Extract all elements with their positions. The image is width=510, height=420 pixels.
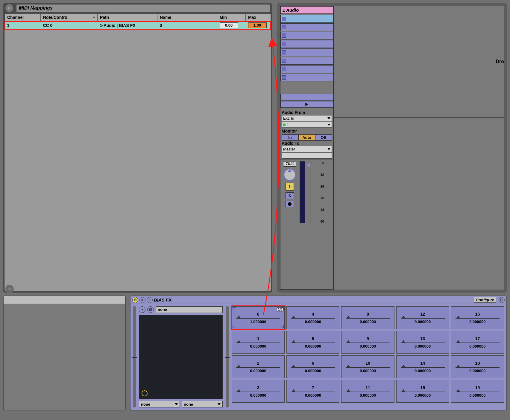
param-value: 0.000000 (415, 319, 431, 324)
volume-fader[interactable] (306, 161, 314, 223)
clip-stop-row[interactable] (280, 94, 333, 101)
param-track (401, 343, 445, 343)
level-meter (300, 161, 305, 223)
midi-mapping-row[interactable]: 1 CC 0 1-Audio | BIAS FX 0 0.00 1.00 (5, 21, 271, 30)
clip-slot[interactable] (280, 32, 333, 39)
param-handle-icon (292, 365, 295, 367)
midi-mappings-table: Channel Note/Control Path Name Min Max 1… (4, 13, 271, 29)
device-vertical-slider[interactable] (226, 306, 229, 407)
clip-slot[interactable] (280, 23, 333, 31)
parameter-slider[interactable]: 60.000000 (286, 355, 339, 378)
col-name[interactable]: Name (157, 14, 217, 21)
track-status-play[interactable] (280, 101, 333, 108)
col-min[interactable]: Min (217, 14, 246, 21)
clip-slot[interactable] (280, 40, 333, 48)
parameter-slider[interactable]: 120.000000 (396, 306, 449, 329)
parameter-slider[interactable]: 140.000000 (396, 355, 449, 378)
parameter-slider[interactable]: 80.000000 (341, 306, 394, 329)
col-channel[interactable]: Channel (5, 14, 41, 21)
col-note-control[interactable]: Note/Control (41, 14, 98, 21)
show-plugin-window-button[interactable] (139, 297, 145, 303)
param-value: 0.000000 (415, 369, 431, 373)
param-handle-icon (237, 316, 241, 318)
parameter-slider[interactable]: 10.000000 (232, 331, 285, 354)
parameter-slider[interactable]: 130.000000 (396, 331, 449, 354)
audio-to-select[interactable]: Master (282, 146, 332, 152)
mixer-section: -76.11 1 S 0 12 (280, 159, 333, 225)
drop-area[interactable]: Dro (333, 6, 504, 290)
param-track (236, 367, 280, 368)
clip-slot[interactable] (280, 57, 333, 65)
audio-from-select[interactable]: Ext. In (282, 115, 332, 121)
param-track (456, 367, 500, 368)
device-edit-button[interactable] (147, 297, 153, 303)
io-section: Audio From Ext. In 1 Monitor In Auto Off (280, 109, 333, 159)
preset-prev-button[interactable] (139, 306, 145, 313)
solo-button[interactable]: S (286, 192, 294, 199)
stop-icon (282, 42, 286, 46)
track-activator-button[interactable]: 1 (286, 183, 294, 191)
parameter-slider[interactable]: 110.000000 (341, 380, 394, 403)
param-number: 13 (420, 336, 425, 341)
param-handle-icon (402, 389, 405, 392)
param-track (401, 367, 445, 368)
param-number: 3 (257, 385, 259, 390)
monitor-off-button[interactable]: Off (315, 134, 332, 141)
plugin-display[interactable] (139, 315, 223, 399)
param-handle-icon (347, 316, 350, 318)
param-handle-icon (237, 365, 241, 367)
param-value: 0.000000 (250, 393, 266, 398)
param-handle-icon (347, 365, 350, 367)
configure-button[interactable]: Configure (474, 297, 496, 303)
parameter-slider[interactable]: 170.000000 (451, 331, 504, 354)
stop-icon (282, 25, 286, 29)
clip-slot[interactable] (280, 15, 333, 23)
pan-knob[interactable] (283, 168, 296, 181)
parameter-slider[interactable]: 100.000000 (341, 355, 394, 378)
clip-slot[interactable] (280, 74, 333, 81)
device-vertical-slider[interactable] (133, 306, 136, 407)
midi-play-icon[interactable] (5, 4, 13, 12)
cell-channel: 1 (5, 21, 41, 30)
info-view-header (4, 296, 125, 304)
device-select-b[interactable]: none (182, 401, 223, 407)
clip-slot[interactable] (280, 48, 333, 56)
device-select-a[interactable]: none (139, 401, 180, 407)
param-value: 0.000000 (305, 344, 321, 349)
cell-min[interactable]: 0.00 (217, 21, 246, 30)
parameter-slider[interactable]: 180.000000 (451, 355, 504, 378)
parameter-slider[interactable]: 160.000000 (451, 306, 504, 329)
param-track (291, 392, 335, 392)
groove-pool-icon[interactable]: ≈ (5, 285, 14, 293)
parameter-slider[interactable]: 30.000000 (232, 380, 285, 403)
parameter-slider[interactable]: 1/001.000000 (232, 306, 285, 329)
parameter-slider[interactable]: 190.000000 (451, 380, 504, 403)
parameter-slider[interactable]: 90.000000 (341, 331, 394, 354)
cell-max[interactable]: 1.00 (246, 21, 271, 30)
parameter-slider[interactable]: 50.000000 (286, 331, 339, 354)
peak-level[interactable]: -76.11 (283, 161, 296, 167)
device-refresh-button[interactable] (499, 297, 505, 303)
track-title[interactable]: 1 Audio (280, 6, 333, 14)
param-handle-icon (402, 340, 405, 343)
device-name: BIAS FX (154, 297, 171, 302)
parameter-slider[interactable]: 150.000000 (396, 380, 449, 403)
record-icon (288, 202, 292, 206)
record-arm-button[interactable] (286, 201, 294, 207)
parameter-slider[interactable]: 20.000000 (232, 355, 285, 378)
col-max[interactable]: Max (246, 14, 271, 21)
param-track (456, 318, 500, 319)
param-value: 0.000000 (360, 319, 376, 324)
preset-save-button[interactable] (147, 306, 154, 313)
param-value: 0.000000 (415, 393, 431, 398)
monitor-auto-button[interactable]: Auto (298, 134, 315, 141)
parameter-slider[interactable]: 70.000000 (286, 380, 339, 403)
audio-to-sub-select[interactable] (282, 153, 332, 159)
parameter-slider[interactable]: 40.000000 (286, 306, 339, 329)
audio-from-channel-select[interactable]: 1 (282, 122, 332, 128)
clip-slot[interactable] (280, 65, 333, 73)
preset-name-field[interactable]: none (156, 306, 223, 313)
col-path[interactable]: Path (98, 14, 157, 21)
device-activator-button[interactable] (132, 297, 138, 303)
monitor-in-button[interactable]: In (282, 134, 298, 141)
